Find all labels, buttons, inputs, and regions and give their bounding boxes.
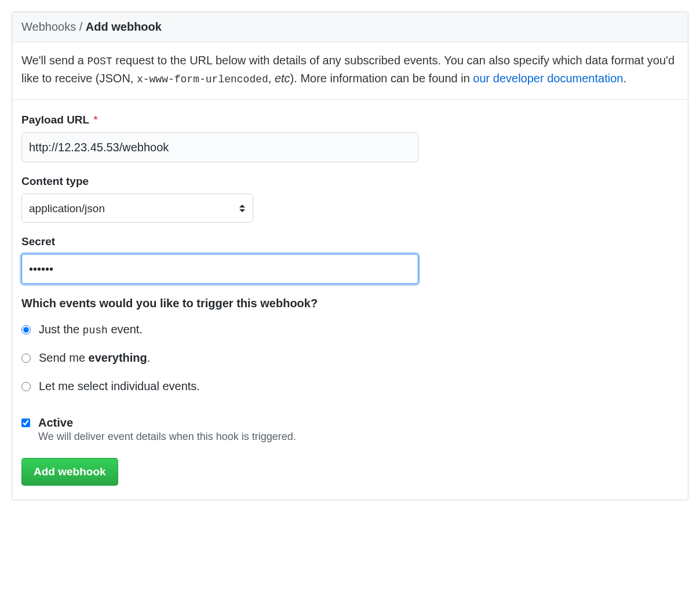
developer-docs-link[interactable]: our developer documentation bbox=[473, 72, 623, 85]
secret-input[interactable] bbox=[21, 254, 418, 284]
active-checkbox[interactable] bbox=[21, 419, 30, 427]
active-label: Active bbox=[38, 416, 296, 430]
event-radio-individual[interactable] bbox=[21, 382, 31, 391]
active-row: Active We will deliver event details whe… bbox=[21, 416, 679, 443]
breadcrumb-sep: / bbox=[76, 20, 86, 33]
required-marker: * bbox=[93, 114, 97, 126]
payload-url-label: Payload URL * bbox=[21, 114, 679, 126]
event-option-individual[interactable]: Let me select individual events. bbox=[21, 380, 679, 393]
content-type-select[interactable]: application/json bbox=[21, 194, 253, 223]
panel-header: Webhooks / Add webhook bbox=[12, 12, 688, 42]
breadcrumb-parent: Webhooks bbox=[21, 20, 76, 33]
active-description: We will deliver event details when this … bbox=[38, 431, 296, 443]
webhook-settings-panel: Webhooks / Add webhook We'll send a POST… bbox=[12, 12, 688, 500]
post-code: POST bbox=[88, 56, 112, 67]
add-webhook-button[interactable]: Add webhook bbox=[21, 458, 118, 486]
payload-url-input[interactable] bbox=[21, 132, 418, 162]
event-radio-everything[interactable] bbox=[21, 354, 31, 363]
content-type-label: Content type bbox=[21, 175, 679, 188]
event-option-push[interactable]: Just the push event. bbox=[21, 323, 679, 336]
intro-text: We'll send a POST request to the URL bel… bbox=[12, 42, 688, 100]
webhook-form: Payload URL * Content type application/j… bbox=[12, 100, 688, 500]
event-option-everything[interactable]: Send me everything. bbox=[21, 351, 679, 365]
event-radio-push[interactable] bbox=[21, 325, 31, 334]
secret-label: Secret bbox=[21, 235, 679, 248]
events-heading: Which events would you like to trigger t… bbox=[21, 297, 679, 310]
breadcrumb-current: Add webhook bbox=[86, 20, 162, 33]
urlencoded-code: x-www-form-urlencoded bbox=[137, 74, 268, 85]
